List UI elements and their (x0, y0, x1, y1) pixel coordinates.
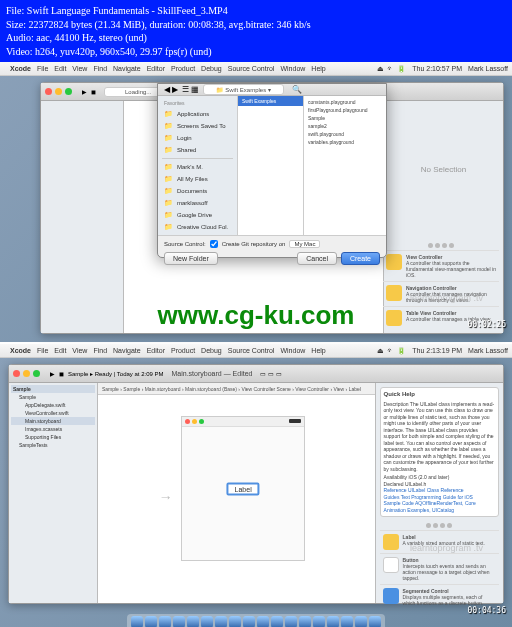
menu-window[interactable]: Window (280, 347, 305, 354)
xcode-window[interactable]: ▶ ◼ Sample ▸ Ready | Today at 2:09 PM Ma… (8, 364, 504, 604)
menu-product[interactable]: Product (171, 65, 195, 72)
menu-source-control[interactable]: Source Control (228, 65, 275, 72)
stop-button[interactable]: ◼ (91, 88, 96, 95)
menu-find[interactable]: Find (93, 347, 107, 354)
sidebar-item-creative-cloud[interactable]: Creative Cloud Fol. (158, 221, 237, 233)
file-swift-playground[interactable]: swift.playground (306, 130, 384, 138)
nav-images[interactable]: Images.xcassets (11, 425, 95, 433)
search-icon[interactable]: 🔍 (292, 85, 302, 94)
location-popup[interactable]: 📁 Swift Examples ▾ (203, 84, 283, 95)
dock-icon[interactable] (299, 616, 311, 627)
ui-label-element[interactable]: Label (227, 482, 260, 495)
menu-view[interactable]: View (72, 65, 87, 72)
window-controls[interactable] (13, 370, 40, 377)
dock[interactable] (127, 614, 385, 627)
create-button[interactable]: Create (341, 252, 380, 265)
library-filter-tabs[interactable] (380, 521, 499, 530)
navigator-panel[interactable]: Sample Sample AppDelegate.swift ViewCont… (9, 383, 98, 603)
new-folder-button[interactable]: New Folder (164, 252, 218, 265)
project-root[interactable]: Sample (11, 385, 95, 393)
nav-sampletests[interactable]: SampleTests (11, 441, 95, 449)
dock-icon[interactable] (327, 616, 339, 627)
initial-scene-arrow[interactable]: → (159, 489, 173, 505)
git-location-popup[interactable]: My Mac (289, 240, 320, 248)
dock-icon[interactable] (285, 616, 297, 627)
library-item-button[interactable]: ButtonIntercepts touch events and sends … (380, 553, 499, 584)
menu-debug[interactable]: Debug (201, 65, 222, 72)
nav-viewcontroller[interactable]: ViewController.swift (11, 409, 95, 417)
menubar-clock[interactable]: Thu 2:13:19 PM (412, 347, 462, 354)
dock-icon[interactable] (173, 616, 185, 627)
sidebar-item-google-drive[interactable]: Google Drive (158, 209, 237, 221)
app-menu[interactable]: Xcode (10, 65, 31, 72)
menu-file[interactable]: File (37, 65, 48, 72)
menubar-status-icons[interactable]: ⏏ᯤ🔋 (377, 347, 406, 355)
nav-sample-group[interactable]: Sample (11, 393, 95, 401)
app-menu[interactable]: Xcode (10, 347, 31, 354)
back-forward-icons[interactable]: ◀ ▶ (164, 85, 178, 94)
file-constants[interactable]: constants.playground (306, 98, 384, 106)
column-2[interactable]: constants.playground firstPlayground.pla… (304, 96, 386, 235)
dock-icon[interactable] (159, 616, 171, 627)
menubar-clock[interactable]: Thu 2:10:57 PM (412, 65, 462, 72)
dock-icon[interactable] (243, 616, 255, 627)
file-first-playground[interactable]: firstPlayground.playground (306, 106, 384, 114)
stop-button[interactable]: ◼ (59, 370, 64, 377)
navigator-panel[interactable] (41, 101, 124, 333)
nav-main-storyboard[interactable]: Main.storyboard (11, 417, 95, 425)
dock-icon[interactable] (229, 616, 241, 627)
menu-help[interactable]: Help (311, 65, 325, 72)
dock-icon[interactable] (215, 616, 227, 627)
scheme-selector[interactable]: Sample ▸ Ready | Today at 2:09 PM (68, 370, 164, 377)
view-mode-icons[interactable]: ☰ ▦ (182, 85, 199, 94)
sidebar-item-login[interactable]: Login (158, 132, 237, 144)
file-sample2[interactable]: sample2 (306, 122, 384, 130)
menu-window[interactable]: Window (280, 65, 305, 72)
save-sheet[interactable]: ◀ ▶ ☰ ▦ 📁 Swift Examples ▾ 🔍 Favorites A… (157, 83, 387, 258)
dock-icon[interactable] (355, 616, 367, 627)
folder-swift-examples[interactable]: Swift Examples (238, 96, 303, 106)
library-filter-tabs[interactable] (383, 241, 499, 250)
dock-icon[interactable] (313, 616, 325, 627)
sidebar-item-applications[interactable]: Applications (158, 108, 237, 120)
menubar-user[interactable]: Mark Lassoff (468, 65, 508, 72)
menu-edit[interactable]: Edit (54, 65, 66, 72)
menu-product[interactable]: Product (171, 347, 195, 354)
sidebar-item-marks-mac[interactable]: Mark's M. (158, 161, 237, 173)
editor-area[interactable]: Sample › Sample › Main.storyboard › Main… (98, 383, 375, 603)
utilities-panel[interactable]: Quick Help Description The UILabel class… (375, 383, 503, 603)
dock-icon[interactable] (369, 616, 381, 627)
library-item-view-controller[interactable]: View ControllerA controller that support… (383, 250, 499, 281)
menu-editor[interactable]: Editor (147, 347, 165, 354)
dock-icon[interactable] (257, 616, 269, 627)
file-variables[interactable]: variables.playground (306, 138, 384, 146)
dock-icon[interactable] (201, 616, 213, 627)
cancel-button[interactable]: Cancel (297, 252, 337, 265)
menu-help[interactable]: Help (311, 347, 325, 354)
menu-file[interactable]: File (37, 347, 48, 354)
menubar-status-icons[interactable]: ⏏ᯤ🔋 (377, 65, 406, 73)
xcode-window[interactable]: ▶ ◼ Loading... ▭ ▭ ▭ No Selection View C… (40, 82, 504, 334)
sidebar-item-all-files[interactable]: All My Files (158, 173, 237, 185)
menu-edit[interactable]: Edit (54, 347, 66, 354)
sidebar-item-marklassoff[interactable]: marklassoff (158, 197, 237, 209)
menu-source-control[interactable]: Source Control (228, 347, 275, 354)
menu-navigate[interactable]: Navigate (113, 65, 141, 72)
dialog-sidebar[interactable]: Favorites Applications Screens Saved To … (158, 96, 238, 235)
menubar-user[interactable]: Mark Lassoff (468, 347, 508, 354)
view-controller-scene[interactable]: Label (181, 416, 305, 562)
dock-icon[interactable] (145, 616, 157, 627)
column-1[interactable]: Swift Examples (238, 96, 304, 235)
run-button[interactable]: ▶ (82, 88, 87, 95)
sidebar-item-shared[interactable]: Shared (158, 144, 237, 156)
window-controls[interactable] (45, 88, 72, 95)
mac-menubar[interactable]: Xcode File Edit View Find Navigate Edito… (0, 344, 512, 358)
dock-icon[interactable] (187, 616, 199, 627)
dock-icon[interactable] (271, 616, 283, 627)
menu-view[interactable]: View (72, 347, 87, 354)
menu-editor[interactable]: Editor (147, 65, 165, 72)
dock-icon[interactable] (341, 616, 353, 627)
sidebar-item-documents[interactable]: Documents (158, 185, 237, 197)
nav-appdelegate[interactable]: AppDelegate.swift (11, 401, 95, 409)
jump-bar[interactable]: Sample › Sample › Main.storyboard › Main… (98, 383, 375, 395)
